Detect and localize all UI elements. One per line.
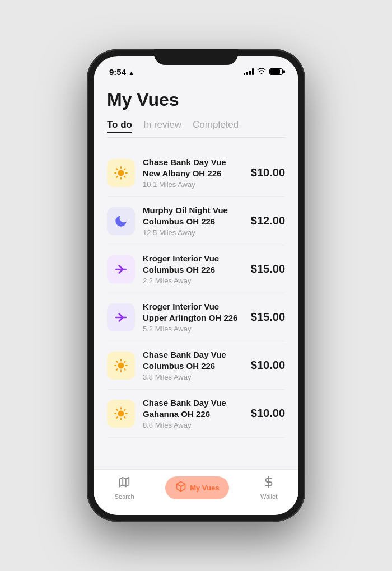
list-item[interactable]: Kroger Interior Vue Columbus OH 226 2.2 … (107, 245, 285, 293)
vue-item-icon (107, 207, 135, 235)
svg-line-27 (116, 417, 118, 418)
svg-point-20 (118, 410, 124, 416)
tab-in-review[interactable]: In review (143, 119, 181, 133)
list-item[interactable]: Kroger Interior Vue Upper Arlington OH 2… (107, 293, 285, 341)
svg-line-16 (116, 361, 118, 362)
vue-item-distance: 5.2 Miles Away (143, 325, 243, 333)
notch (154, 49, 238, 65)
vue-item-icon (107, 352, 135, 380)
svg-point-11 (118, 362, 124, 368)
wifi-icon (257, 68, 266, 76)
vue-item-name: Chase Bank Day Vue Gahanna OH 226 (143, 397, 243, 419)
vue-item-info: Chase Bank Day Vue New Albany OH 226 10.… (143, 157, 243, 189)
my-vues-pill: My Vues (165, 476, 229, 499)
nav-my-vues[interactable]: My Vues (165, 476, 229, 499)
svg-line-8 (124, 169, 125, 170)
nav-search[interactable]: Search (115, 476, 134, 500)
svg-line-7 (116, 176, 118, 177)
my-vues-nav-label: My Vues (190, 484, 219, 492)
list-item[interactable]: Chase Bank Day Vue Gahanna OH 226 8.8 Mi… (107, 390, 285, 438)
vue-item-name: Kroger Interior Vue Columbus OH 226 (143, 253, 243, 275)
vue-item-distance: 3.8 Miles Away (143, 373, 243, 381)
vue-item-info: Kroger Interior Vue Upper Arlington OH 2… (143, 301, 243, 333)
search-nav-label: Search (115, 493, 134, 500)
list-item[interactable]: Murphy Oil Night Vue Columbus OH 226 12.… (107, 197, 285, 245)
map-icon (118, 476, 130, 491)
svg-line-26 (124, 417, 125, 418)
vue-item-name: Chase Bank Day Vue Columbus OH 226 (143, 349, 243, 371)
vue-item-info: Chase Bank Day Vue Columbus OH 226 3.8 M… (143, 349, 243, 381)
nav-wallet[interactable]: Wallet (260, 476, 277, 500)
vue-item-icon (107, 400, 135, 428)
vue-item-price: $15.00 (251, 263, 285, 275)
vue-item-name: Chase Bank Day Vue New Albany OH 226 (143, 157, 243, 179)
vue-item-distance: 8.8 Miles Away (143, 421, 243, 429)
status-time: 9:54 ▲ (109, 67, 134, 77)
svg-line-19 (124, 361, 125, 362)
svg-line-6 (124, 176, 125, 177)
list-item[interactable]: Chase Bank Day Vue Columbus OH 226 3.8 M… (107, 341, 285, 390)
vue-item-price: $10.00 (251, 407, 285, 420)
vue-item-price: $10.00 (251, 359, 285, 372)
vue-item-price: $15.00 (251, 311, 285, 324)
svg-line-25 (116, 409, 118, 410)
tab-completed[interactable]: Completed (193, 119, 239, 133)
wallet-nav-label: Wallet (260, 493, 277, 500)
signal-icon (244, 68, 254, 75)
vue-item-price: $10.00 (251, 166, 285, 179)
vue-item-distance: 10.1 Miles Away (143, 180, 243, 189)
vue-item-info: Chase Bank Day Vue Gahanna OH 226 8.8 Mi… (143, 397, 243, 429)
svg-line-28 (124, 409, 125, 410)
list-item[interactable]: Chase Bank Day Vue New Albany OH 226 10.… (107, 149, 285, 197)
vue-item-distance: 12.5 Miles Away (143, 228, 243, 237)
wallet-icon (263, 476, 275, 491)
vue-item-info: Kroger Interior Vue Columbus OH 226 2.2 … (143, 253, 243, 285)
bottom-nav: Search My Vues (94, 469, 298, 515)
vue-item-name: Kroger Interior Vue Upper Arlington OH 2… (143, 301, 243, 323)
phone-frame: 9:54 ▲ My Vues (87, 49, 305, 522)
main-content: My Vues To do In review Completed (94, 81, 298, 469)
battery-icon (269, 68, 283, 75)
vue-list: Chase Bank Day Vue New Albany OH 226 10.… (107, 149, 285, 438)
tab-bar: To do In review Completed (107, 119, 285, 138)
vues-icon (175, 481, 186, 495)
vue-item-distance: 2.2 Miles Away (143, 277, 243, 285)
svg-marker-29 (120, 478, 129, 487)
svg-point-0 (118, 170, 124, 176)
status-icons (244, 68, 283, 76)
tab-todo[interactable]: To do (107, 119, 132, 133)
vue-item-info: Murphy Oil Night Vue Columbus OH 226 12.… (143, 205, 243, 237)
svg-line-17 (124, 369, 125, 370)
vue-item-icon (107, 255, 135, 283)
vue-item-icon (107, 159, 135, 187)
svg-line-5 (116, 169, 118, 170)
screen: 9:54 ▲ My Vues (94, 56, 298, 515)
svg-line-18 (116, 369, 118, 370)
vue-item-name: Murphy Oil Night Vue Columbus OH 226 (143, 205, 243, 227)
page-title: My Vues (107, 90, 285, 110)
vue-item-icon (107, 303, 135, 331)
vue-item-price: $12.00 (251, 214, 285, 227)
